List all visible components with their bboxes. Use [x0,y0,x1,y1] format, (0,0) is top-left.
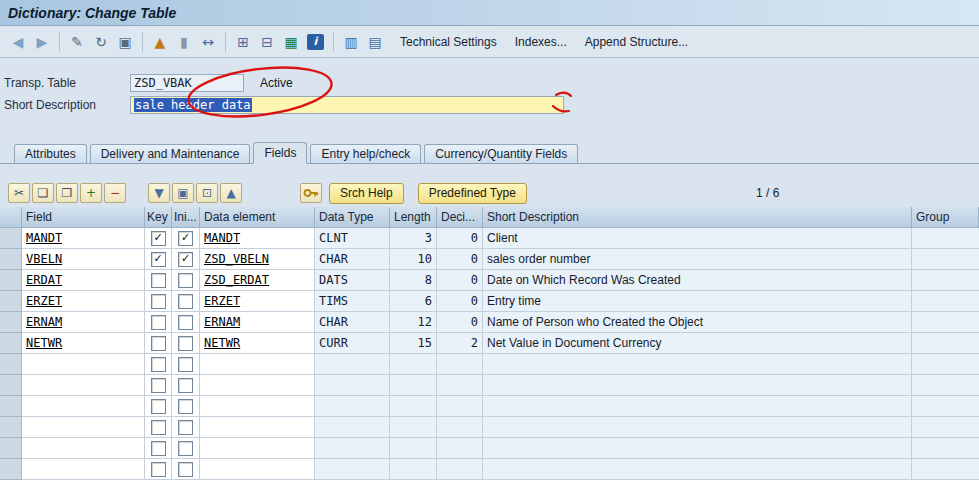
field-name-cell[interactable] [22,354,145,375]
initial-checkbox[interactable] [178,378,193,393]
data-type-cell [315,417,390,438]
data-element-cell[interactable]: ERZET [200,291,315,312]
row-selector[interactable] [0,312,22,333]
row-selector[interactable] [0,333,22,354]
field-name-cell[interactable] [22,396,145,417]
runtime-object-icon[interactable]: ⊟ [255,31,279,53]
key-icon[interactable] [300,183,322,203]
tab-currency-quantity-fields[interactable]: Currency/Quantity Fields [424,144,578,163]
row-selector[interactable] [0,228,22,249]
tab-entry-help-check[interactable]: Entry help/check [310,144,421,163]
key-checkbox[interactable] [151,462,166,477]
field-name-cell[interactable]: ERNAM [22,312,145,333]
header-form: Transp. Table ZSD_VBAK Active Short Desc… [0,58,979,142]
data-element-cell[interactable] [200,459,315,480]
row-selector[interactable] [0,270,22,291]
tab-fields[interactable]: Fields [253,142,307,164]
paste-icon[interactable]: ❒ [56,183,78,203]
initial-checkbox[interactable] [178,399,193,414]
data-element-cell[interactable]: NETWR [200,333,315,354]
hierarchy-icon[interactable]: ⊞ [231,31,255,53]
row-selector[interactable] [0,459,22,480]
data-element-cell[interactable] [200,354,315,375]
initial-checkbox[interactable] [178,273,193,288]
tab-delivery-and-maintenance[interactable]: Delivery and Maintenance [90,144,251,163]
field-name-cell[interactable] [22,459,145,480]
move-down-icon[interactable]: ▼ [148,183,170,203]
row-selector[interactable] [0,354,22,375]
field-name-cell[interactable] [22,417,145,438]
key-checkbox[interactable]: ✓ [151,231,166,246]
data-element-cell[interactable] [200,438,315,459]
key-checkbox[interactable] [151,420,166,435]
key-checkbox[interactable] [151,294,166,309]
initial-checkbox[interactable]: ✓ [178,231,193,246]
row-selector[interactable] [0,291,22,312]
transp-table-field[interactable]: ZSD_VBAK [130,74,244,92]
data-type-cell [315,396,390,417]
move-up-icon[interactable]: ▲ [220,183,242,203]
key-checkbox[interactable] [151,273,166,288]
insert-row-icon[interactable]: + [80,183,102,203]
key-checkbox[interactable] [151,336,166,351]
select-all-icon[interactable]: ▣ [172,183,194,203]
short-description-field[interactable]: sale header data [130,96,564,114]
initial-checkbox[interactable]: ✓ [178,252,193,267]
insert-element-icon[interactable]: ▮ [172,31,196,53]
grid-button-predefined-type[interactable]: Predefined Type [418,183,527,204]
data-element-cell[interactable]: ERNAM [200,312,315,333]
short-description-cell: Date on Which Record Was Created [483,270,912,291]
field-name-cell[interactable] [22,375,145,396]
key-checkbox[interactable] [151,315,166,330]
toolbar-button-technical-settings[interactable]: Technical Settings [391,35,506,49]
delete-row-icon[interactable]: − [104,183,126,203]
data-element-cell[interactable]: ZSD_ERDAT [200,270,315,291]
row-selector[interactable] [0,438,22,459]
toolbar-button-indexes[interactable]: Indexes... [506,35,576,49]
initial-checkbox[interactable] [178,357,193,372]
field-name-cell[interactable]: ERZET [22,291,145,312]
initial-checkbox[interactable] [178,294,193,309]
initial-checkbox[interactable] [178,462,193,477]
initial-checkbox[interactable] [178,315,193,330]
field-name-cell[interactable] [22,438,145,459]
initial-checkbox[interactable] [178,420,193,435]
table-contents-icon[interactable]: ▦ [279,31,303,53]
copy-icon[interactable]: ❏ [32,183,54,203]
field-name-cell[interactable]: ERDAT [22,270,145,291]
row-selector[interactable] [0,375,22,396]
toolbar-button-append-structure[interactable]: Append Structure... [576,35,697,49]
expand-icon[interactable]: ⊡ [196,183,218,203]
field-name-cell[interactable]: MANDT [22,228,145,249]
field-name-cell[interactable]: VBELN [22,249,145,270]
key-checkbox[interactable] [151,378,166,393]
row-selector[interactable] [0,249,22,270]
info-icon[interactable]: i [307,34,324,50]
index-table-icon[interactable]: ▤ [363,31,387,53]
data-element-cell[interactable]: ZSD_VBELN [200,249,315,270]
copy-object-icon[interactable]: ▣ [113,31,137,53]
key-checkbox[interactable] [151,441,166,456]
data-element-cell[interactable] [200,417,315,438]
data-element-cell[interactable]: MANDT [200,228,315,249]
where-used-icon[interactable]: ↔ [196,31,220,53]
initial-checkbox[interactable] [178,441,193,456]
key-checkbox[interactable] [151,357,166,372]
key-checkbox[interactable]: ✓ [151,252,166,267]
initial-checkbox[interactable] [178,336,193,351]
grid-button-srch-help[interactable]: Srch Help [329,183,404,204]
display-change-icon[interactable]: ✎ [65,31,89,53]
forward-icon[interactable]: ▶ [30,31,54,53]
data-element-cell[interactable] [200,396,315,417]
refresh-icon[interactable]: ↻ [89,31,113,53]
tab-attributes[interactable]: Attributes [14,144,87,163]
data-element-cell[interactable] [200,375,315,396]
row-selector[interactable] [0,396,22,417]
key-checkbox[interactable] [151,399,166,414]
cut-icon[interactable]: ✂ [8,183,30,203]
back-icon[interactable]: ◀ [6,31,30,53]
activate-icon[interactable]: ▲ [148,31,172,53]
row-selector[interactable] [0,417,22,438]
field-name-cell[interactable]: NETWR [22,333,145,354]
database-utility-icon[interactable]: ▥ [339,31,363,53]
